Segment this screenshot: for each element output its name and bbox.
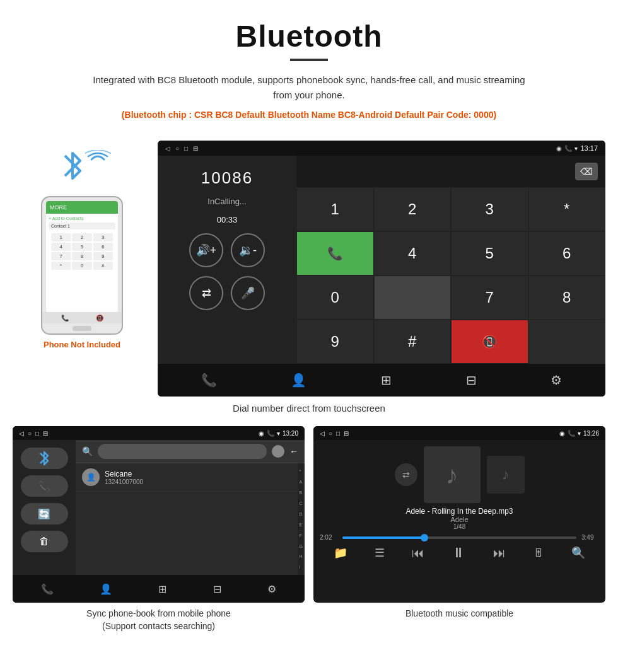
pb-delete-btn[interactable]: 🗑 [21,531,68,552]
dial-statusbar: ◁ ○ □ ⊟ ◉ 📞 ▾ 13:17 [158,141,605,156]
recents-icon: □ [184,145,188,152]
ms-time-elapsed: 2:02 [320,534,337,541]
transfer-btn[interactable]: ⇄ [189,276,223,310]
dial-android-screen: ◁ ○ □ ⊟ ◉ 📞 ▾ 13:17 10086 InCalling... [158,141,605,397]
pb-gps-icon: ◉ [259,430,264,437]
backspace-btn[interactable]: ⌫ [575,163,598,180]
phonebook-screen: ◁ ○ □ ⊟ ◉ 📞 ▾ 13:20 [13,426,305,603]
phonebook-caption: Sync phone-book from mobile phone (Suppo… [13,608,305,632]
phone-side: MORE + Add to Contacts Contact 1 123 456… [13,141,151,349]
ms-shuffle-area: ⇄ [395,463,417,486]
ms-home-icon: ○ [329,430,332,437]
pb-contact-name: Seicane [105,470,143,478]
pb-search-row: 🔍 ← [76,440,305,463]
dial-bottombar: 📞 👤 ⊞ ⊟ ⚙ [158,364,605,397]
dial-caption: Dial number direct from touchscreen [13,403,605,414]
ms-art-row: ⇄ ♪ ♪ [395,446,525,503]
pb-contact-number: 13241007000 [105,478,143,485]
ms-album-art-small: ♪ [487,456,525,494]
volume-up-btn[interactable]: 🔊+ [189,233,223,267]
back-icon: ◁ [165,145,170,152]
ms-next-icon[interactable]: ⏭ [493,546,506,560]
phone-screen-bar: MORE [46,201,118,214]
ms-wifi-icon: ▾ [578,430,581,437]
num-star[interactable]: * [528,187,606,231]
pb-bottombar: 📞 👤 ⊞ ⊟ ⚙ [13,575,305,603]
contacts-tab-icon[interactable]: 👤 [291,373,306,388]
call-btn[interactable]: 📞 [296,231,374,275]
pb-back-arrow[interactable]: ← [289,446,298,456]
num-7[interactable]: 7 [451,275,528,320]
pb-home-icon: ○ [28,430,32,437]
ms-progress-row: 2:02 3:49 [320,534,599,541]
settings-tab-icon[interactable]: ⚙ [551,373,562,388]
ms-play-pause-icon[interactable]: ⏸ [452,545,465,561]
call-btn-2[interactable] [374,275,452,320]
dial-controls: 🔊+ 🔉- [189,233,265,267]
wifi-waves-icon [85,150,117,182]
ms-folder-icon[interactable]: 📁 [334,546,347,560]
phone-home-btn [73,326,91,331]
ms-track-count: 1/48 [405,523,513,530]
phone-contact-row: Contact 1 [49,223,115,229]
dial-right-panel: ⌫ 1 2 3 * 📞 4 5 6 0 7 8 [296,156,605,364]
gps-icon: ◉ [556,145,562,152]
pb-alphabet-index: *ABCD EFGHI [298,463,305,575]
num-3[interactable]: 3 [451,187,528,231]
ms-time-total: 3:49 [581,534,599,541]
num-9[interactable]: 9 [296,320,374,364]
pb-phone-btn[interactable]: 📞 [21,475,68,497]
volume-down-btn[interactable]: 🔉- [231,233,265,267]
pb-search-icon: 🔍 [82,446,93,456]
pb-back-icon: ◁ [19,430,24,437]
pb-bt-tab[interactable]: ⊟ [213,583,221,595]
ms-search-icon[interactable]: 🔍 [571,546,585,560]
phone-tab-icon[interactable]: 📞 [201,373,217,388]
num-hash[interactable]: # [374,320,452,364]
pb-phone-tab[interactable]: 📞 [41,583,54,595]
pb-sync-btn[interactable]: 🔄 [21,503,68,524]
ms-prev-icon[interactable]: ⏮ [412,546,424,560]
phone-mockup: MORE + Add to Contacts Contact 1 123 456… [41,196,123,335]
pb-contacts-tab[interactable]: 👤 [100,583,112,595]
ms-progress-bar[interactable] [342,536,576,539]
ms-call-icon: 📞 [568,430,575,437]
status-time: 13:17 [580,144,598,152]
title-underline [290,59,328,61]
pb-bluetooth-btn[interactable] [21,448,68,469]
dialpad-tab-icon[interactable]: ⊞ [381,373,392,388]
pb-wifi-icon: ▾ [277,430,280,437]
end-call-btn[interactable]: 📵 [451,320,528,364]
dial-controls2: ⇄ 🎤 [189,276,265,310]
pb-call-icon: 📞 [267,430,274,437]
num-4[interactable]: 4 [374,231,452,275]
ms-eq-icon[interactable]: 🎚 [533,547,544,560]
num-1[interactable]: 1 [296,187,374,231]
ms-body: ⇄ ♪ ♪ Adele - Rolling In the Deep.mp3 [313,440,605,603]
ms-artist: Adele [405,516,513,523]
ms-list-icon[interactable]: ☰ [375,546,385,560]
dial-body: 10086 InCalling... 00:33 🔊+ 🔉- ⇄ 🎤 [158,156,605,364]
ms-info: Adele - Rolling In the Deep.mp3 Adele 1/… [405,507,513,530]
call-icon: 📞 [564,145,572,152]
pb-contact-item[interactable]: 👤 Seicane 13241007000 [76,463,298,492]
bluetooth-tab-icon[interactable]: ⊟ [466,373,477,388]
pb-search-input[interactable] [98,444,267,459]
page-title: Bluetooth [38,19,580,54]
pb-dialpad-tab[interactable]: ⊞ [158,583,166,595]
dial-left-panel: 10086 InCalling... 00:33 🔊+ 🔉- ⇄ 🎤 [158,156,296,364]
mic-btn[interactable]: 🎤 [231,276,265,310]
ms-song-name: Adele - Rolling In the Deep.mp3 [405,507,513,516]
num-5[interactable]: 5 [451,231,528,275]
menu-icon: ⊟ [193,145,198,152]
pb-settings-tab[interactable]: ⚙ [267,583,276,595]
ms-statusbar: ◁ ○ □ ⊟ ◉ 📞 ▾ 13:26 [313,426,605,440]
num-8[interactable]: 8 [528,275,606,320]
num-2[interactable]: 2 [374,187,452,231]
top-section: MORE + Add to Contacts Contact 1 123 456… [13,141,605,397]
bluetooth-icon [60,147,85,185]
pb-time: 13:20 [283,430,298,437]
num-6[interactable]: 6 [528,231,606,275]
num-0[interactable]: 0 [296,275,374,320]
wifi-icon: ▾ [574,145,578,152]
